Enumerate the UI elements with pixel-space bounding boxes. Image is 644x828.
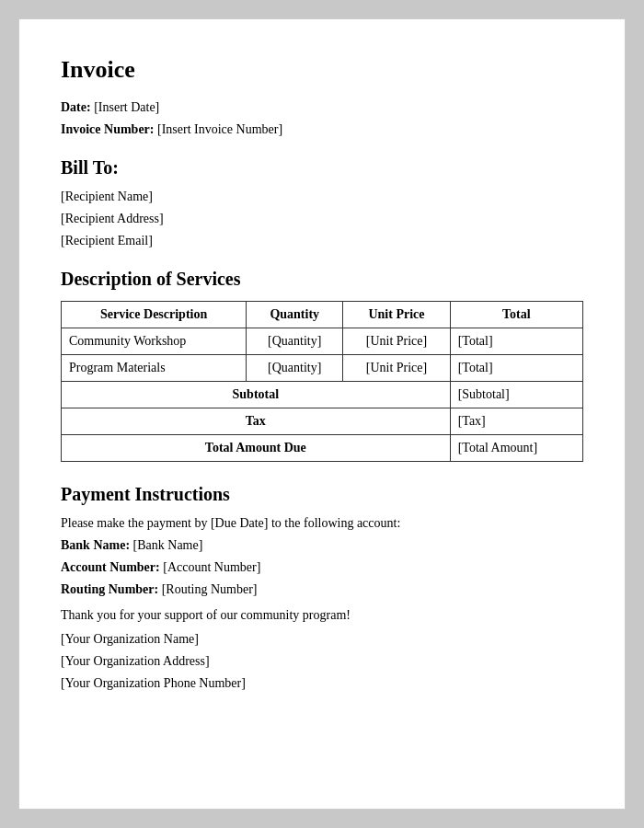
tax-value: [Tax] — [450, 408, 582, 435]
subtotal-value: [Subtotal] — [450, 382, 582, 408]
invoice-page: Invoice Date: [Insert Date] Invoice Numb… — [18, 18, 626, 810]
payment-section: Payment Instructions Please make the pay… — [61, 484, 583, 597]
routing-number-value: [Routing Number] — [162, 582, 258, 596]
services-title: Description of Services — [61, 269, 583, 290]
row2-total: [Total] — [450, 355, 582, 382]
invoice-number-value: [Insert Invoice Number] — [157, 122, 282, 136]
routing-number-label: Routing Number: — [61, 582, 158, 596]
bank-name-line: Bank Name: [Bank Name] — [61, 538, 583, 553]
invoice-number-label: Invoice Number: — [61, 122, 155, 136]
row1-unit-price: [Unit Price] — [343, 328, 450, 355]
tax-row: Tax [Tax] — [62, 408, 583, 435]
header-quantity: Quantity — [247, 302, 343, 328]
total-amount-label: Total Amount Due — [62, 435, 451, 462]
recipient-name: [Recipient Name] — [61, 190, 583, 204]
row2-description: Program Materials — [62, 355, 247, 382]
date-value: [Insert Date] — [94, 100, 159, 114]
invoice-number-line: Invoice Number: [Insert Invoice Number] — [61, 122, 583, 137]
header-unit-price: Unit Price — [343, 302, 450, 328]
org-name: [Your Organization Name] — [61, 632, 583, 647]
org-phone: [Your Organization Phone Number] — [61, 676, 583, 691]
payment-title: Payment Instructions — [61, 484, 583, 505]
date-line: Date: [Insert Date] — [61, 100, 583, 115]
thank-you-text: Thank you for your support of our commun… — [61, 608, 583, 623]
total-amount-value: [Total Amount] — [450, 435, 582, 462]
subtotal-row: Subtotal [Subtotal] — [62, 382, 583, 408]
routing-number-line: Routing Number: [Routing Number] — [61, 582, 583, 597]
recipient-address: [Recipient Address] — [61, 212, 583, 226]
bank-name-value: [Bank Name] — [133, 538, 203, 552]
row2-unit-price: [Unit Price] — [343, 355, 450, 382]
row1-quantity: [Quantity] — [247, 328, 343, 355]
table-row: Community Workshop [Quantity] [Unit Pric… — [62, 328, 583, 355]
bank-name-label: Bank Name: — [61, 538, 130, 552]
account-number-value: [Account Number] — [163, 560, 260, 574]
table-row: Program Materials [Quantity] [Unit Price… — [62, 355, 583, 382]
payment-instruction: Please make the payment by [Due Date] to… — [61, 516, 583, 531]
account-number-label: Account Number: — [61, 560, 160, 574]
account-number-line: Account Number: [Account Number] — [61, 560, 583, 575]
row1-description: Community Workshop — [62, 328, 247, 355]
row1-total: [Total] — [450, 328, 582, 355]
total-row: Total Amount Due [Total Amount] — [62, 435, 583, 462]
bill-to-title: Bill To: — [61, 157, 583, 178]
header-service-description: Service Description — [62, 302, 247, 328]
recipient-email: [Recipient Email] — [61, 234, 583, 248]
row2-quantity: [Quantity] — [247, 355, 343, 382]
tax-label: Tax — [62, 408, 451, 435]
header-total: Total — [450, 302, 582, 328]
table-header-row: Service Description Quantity Unit Price … — [62, 302, 583, 328]
services-table: Service Description Quantity Unit Price … — [61, 301, 583, 462]
date-label: Date: — [61, 100, 91, 114]
org-address: [Your Organization Address] — [61, 654, 583, 669]
invoice-title: Invoice — [61, 56, 583, 84]
subtotal-label: Subtotal — [62, 382, 451, 408]
